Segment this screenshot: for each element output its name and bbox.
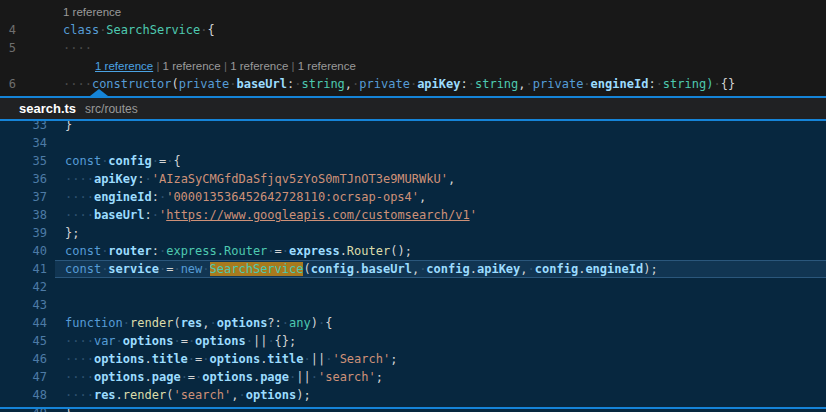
line-number[interactable]: 46 bbox=[0, 350, 47, 368]
code-token: Router bbox=[347, 244, 390, 258]
code-token: · bbox=[526, 77, 533, 91]
code-token: render bbox=[130, 316, 173, 330]
code-token: . bbox=[144, 352, 151, 366]
code-token: ···· bbox=[65, 172, 94, 186]
code-text[interactable] bbox=[55, 278, 826, 296]
code-line-37[interactable]: 37····engineId:·'000013536452642728110:o… bbox=[0, 188, 826, 206]
code-text[interactable]: ····options.title·=·options.title·||·'Se… bbox=[55, 350, 826, 368]
code-text[interactable]: const·router:·express.Router·=·express.R… bbox=[55, 242, 826, 260]
code-token: · bbox=[188, 352, 195, 366]
code-token: ; bbox=[390, 352, 397, 366]
code-line-6[interactable]: 6····constructor(private·baseUrl:·string… bbox=[0, 75, 826, 93]
code-text[interactable]: class·SearchService·{ bbox=[63, 21, 826, 39]
code-token: : bbox=[144, 208, 151, 222]
code-token: const bbox=[65, 262, 101, 276]
line-number[interactable]: 39 bbox=[0, 224, 47, 242]
line-number[interactable]: 42 bbox=[0, 278, 47, 296]
code-token: { bbox=[173, 154, 180, 168]
code-text[interactable]: }; bbox=[55, 224, 826, 242]
code-token: ' bbox=[470, 208, 477, 222]
code-token: · bbox=[303, 352, 310, 366]
code-line-41[interactable]: 41const·service·=·new·SearchService(conf… bbox=[0, 260, 826, 278]
codelens-row: 1 reference bbox=[0, 3, 826, 21]
code-line-45[interactable]: 45····var·options·=·options·||·{}; bbox=[0, 332, 826, 350]
code-text[interactable]: const·config·=·{ bbox=[55, 152, 826, 170]
code-token: ···· bbox=[65, 334, 94, 348]
line-number[interactable]: 33 bbox=[0, 121, 47, 134]
line-number[interactable]: 38 bbox=[0, 206, 47, 224]
code-token: · bbox=[267, 244, 274, 258]
code-line-35[interactable]: 35const·config·=·{ bbox=[0, 152, 826, 170]
code-text[interactable]: ····var·options·=·options·||·{}; bbox=[55, 332, 826, 350]
code-token: class bbox=[63, 23, 99, 37]
code-line-48[interactable]: 48····res.render('search',·options); bbox=[0, 386, 826, 404]
peek-view-header[interactable]: search.ts src/routes bbox=[0, 96, 826, 121]
line-number[interactable]: 41 bbox=[0, 260, 47, 278]
code-token: 'Search' bbox=[332, 352, 390, 366]
code-token: engineId bbox=[585, 262, 643, 276]
code-token: · bbox=[311, 370, 318, 384]
line-number[interactable]: 44 bbox=[0, 314, 47, 332]
code-token: · bbox=[656, 77, 663, 91]
codelens-reference-link[interactable]: 1 reference bbox=[163, 60, 221, 72]
code-token: 'search' bbox=[318, 370, 376, 384]
codelens-reference-link[interactable]: 1 reference bbox=[230, 60, 288, 72]
code-line-44[interactable]: 44function·render(res,·options?:·any)·{ bbox=[0, 314, 826, 332]
line-number[interactable]: 45 bbox=[0, 332, 47, 350]
codelens-reference-link[interactable]: 1 reference bbox=[95, 60, 153, 72]
line-number[interactable]: 47 bbox=[0, 368, 47, 386]
line-number[interactable]: 35 bbox=[0, 152, 47, 170]
code-token: · bbox=[713, 77, 720, 91]
line-number[interactable]: 37 bbox=[0, 188, 47, 206]
code-text[interactable]: ····baseUrl:·'https://www.googleapis.com… bbox=[55, 206, 826, 224]
code-text[interactable]: ····constructor(private·baseUrl:·string,… bbox=[63, 75, 826, 93]
code-token: engineId bbox=[94, 190, 152, 204]
codelens-reference-link[interactable]: 1 reference bbox=[298, 60, 356, 72]
code-line-42[interactable]: 42 bbox=[0, 278, 826, 296]
line-number[interactable]: 5 bbox=[0, 39, 16, 57]
peek-anchor-arrow-icon bbox=[90, 89, 108, 96]
code-line-5[interactable]: 5···· bbox=[0, 39, 826, 57]
code-line-36[interactable]: 36····apiKey:·'AIzaSyCMGfdDaSfjqv5zYoS0m… bbox=[0, 170, 826, 188]
code-text[interactable] bbox=[55, 134, 826, 152]
code-line-40[interactable]: 40const·router:·express.Router·=·express… bbox=[0, 242, 826, 260]
line-number[interactable]: 40 bbox=[0, 242, 47, 260]
line-number[interactable]: 6 bbox=[0, 75, 16, 93]
code-token: config bbox=[311, 262, 354, 276]
url-link[interactable]: https://www.googleapis.com/customsearch/… bbox=[166, 208, 469, 222]
code-line-38[interactable]: 38····baseUrl:·'https://www.googleapis.c… bbox=[0, 206, 826, 224]
code-text[interactable]: ···· bbox=[63, 39, 826, 57]
code-token: : bbox=[648, 77, 655, 91]
code-token: baseUrl bbox=[361, 262, 412, 276]
line-number[interactable]: 48 bbox=[0, 386, 47, 404]
code-line-43[interactable]: 43 bbox=[0, 296, 826, 314]
code-text[interactable]: function·render(res,·options?:·any)·{ bbox=[55, 314, 826, 332]
code-text[interactable]: ····res.render('search',·options); bbox=[55, 386, 826, 404]
code-token: , bbox=[419, 190, 426, 204]
code-token: private bbox=[533, 77, 584, 91]
code-line-33[interactable]: 33} bbox=[0, 121, 826, 134]
code-text[interactable]: ····options.page·=·options.page·||·'sear… bbox=[55, 368, 826, 386]
line-number[interactable]: 43 bbox=[0, 296, 47, 314]
code-line-4[interactable]: 4class·SearchService·{ bbox=[0, 21, 826, 39]
code-token: config bbox=[108, 154, 151, 168]
code-line-46[interactable]: 46····options.title·=·options.title·||·'… bbox=[0, 350, 826, 368]
code-line-34[interactable]: 34 bbox=[0, 134, 826, 152]
code-token: (); bbox=[390, 244, 412, 258]
code-token: · bbox=[202, 262, 209, 276]
code-text[interactable] bbox=[55, 296, 826, 314]
line-number[interactable]: 36 bbox=[0, 170, 47, 188]
code-text[interactable]: ····apiKey:·'AIzaSyCMGfdDaSfjqv5zYoS0mTJ… bbox=[55, 170, 826, 188]
codelens-separator: | bbox=[153, 60, 162, 72]
code-token: · bbox=[152, 208, 159, 222]
code-text[interactable]: ····engineId:·'000013536452642728110:ocr… bbox=[55, 188, 826, 206]
code-text[interactable]: } bbox=[55, 121, 826, 134]
code-line-39[interactable]: 39}; bbox=[0, 224, 826, 242]
line-number[interactable]: 4 bbox=[0, 21, 16, 39]
code-text[interactable]: const·service·=·new·SearchService(config… bbox=[55, 260, 826, 278]
code-token: ···· bbox=[65, 190, 94, 204]
line-number[interactable]: 34 bbox=[0, 134, 47, 152]
codelens-reference-link[interactable]: 1 reference bbox=[63, 6, 121, 18]
code-token: res bbox=[94, 388, 116, 402]
code-line-47[interactable]: 47····options.page·=·options.page·||·'se… bbox=[0, 368, 826, 386]
